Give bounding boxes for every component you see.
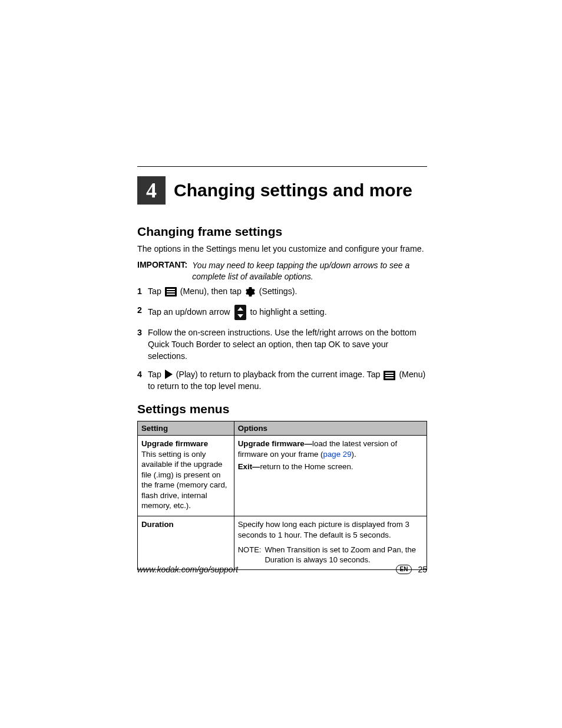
chapter-title: Changing settings and more [174, 180, 412, 200]
step-4-text-b: (Play) to return to playback from the cu… [176, 370, 383, 379]
option-rest: return to the Home screen. [260, 462, 353, 471]
table-header-row: Setting Options [138, 421, 427, 436]
table-row: Duration Specify how long each picture i… [138, 516, 427, 570]
note-label: NOTE: [238, 545, 262, 565]
important-note: IMPORTANT: You may need to keep tapping … [137, 260, 427, 282]
option-upgrade-firmware: Upgrade firmware—load the latest version… [238, 439, 423, 459]
footer-right: EN 25 [396, 565, 427, 574]
cell-setting-duration: Duration [138, 516, 234, 570]
menu-icon [165, 287, 177, 297]
page-footer: www.kodak.com/go/support EN 25 [137, 565, 427, 574]
step-3: Follow the on-screen instructions. Use t… [137, 327, 427, 363]
chapter-heading: 4 Changing settings and more [137, 176, 427, 205]
page-link[interactable]: page 29 [323, 450, 352, 459]
duration-note: NOTE: When Transition is set to Zoom and… [238, 545, 423, 565]
chapter-rule [137, 166, 427, 167]
step-2-text-a: Tap an up/down arrow [148, 307, 233, 317]
option-main: Specify how long each picture is display… [238, 519, 423, 540]
step-3-text: Follow the on-screen instructions. Use t… [148, 328, 416, 361]
section-heading-changing-frame-settings: Changing frame settings [137, 225, 427, 239]
page-content: 4 Changing settings and more Changing fr… [137, 166, 427, 570]
option-exit: Exit—return to the Home screen. [238, 462, 423, 472]
step-1-text-b: (Menu), then tap [180, 286, 244, 296]
menu-icon [384, 371, 395, 380]
important-label: IMPORTANT: [137, 260, 187, 282]
header-options: Options [234, 421, 427, 436]
section-heading-settings-menus: Settings menus [137, 402, 427, 416]
step-1-text-c: (Settings). [259, 286, 297, 296]
setting-title: Duration [141, 519, 230, 530]
step-4: Tap (Play) to return to playback from th… [137, 369, 427, 393]
settings-table: Setting Options Upgrade firmware This se… [137, 421, 427, 570]
option-bold: Upgrade firmware— [238, 439, 312, 448]
cell-setting-upgrade: Upgrade firmware This setting is only av… [138, 436, 234, 516]
setting-desc: This setting is only available if the up… [141, 449, 230, 511]
step-2-text-b: to highlight a setting. [250, 307, 327, 317]
step-2: Tap an up/down arrow to highlight a sett… [137, 305, 427, 320]
gear-icon [246, 287, 255, 297]
cell-options-upgrade: Upgrade firmware—load the latest version… [234, 436, 427, 516]
option-bold: Exit— [238, 462, 260, 471]
table-row: Upgrade firmware This setting is only av… [138, 436, 427, 516]
note-text: When Transition is set to Zoom and Pan, … [265, 545, 423, 565]
up-down-arrow-icon [234, 305, 246, 320]
steps-list: Tap (Menu), then tap (Settings). Tap an … [137, 286, 427, 393]
step-1-text-a: Tap [148, 286, 164, 296]
step-1: Tap (Menu), then tap (Settings). [137, 286, 427, 298]
intro-paragraph: The options in the Settings menu let you… [137, 243, 427, 254]
page-number: 25 [418, 565, 427, 574]
header-setting: Setting [138, 421, 234, 436]
option-rest-b: ). [352, 450, 356, 459]
step-4-text-a: Tap [148, 370, 164, 379]
chapter-number: 4 [137, 176, 166, 205]
play-icon [165, 370, 173, 379]
setting-title: Upgrade firmware [141, 439, 230, 449]
language-badge: EN [396, 565, 412, 574]
cell-options-duration: Specify how long each picture is display… [234, 516, 427, 570]
important-text: You may need to keep tapping the up/down… [192, 260, 427, 282]
footer-url: www.kodak.com/go/support [137, 565, 238, 574]
